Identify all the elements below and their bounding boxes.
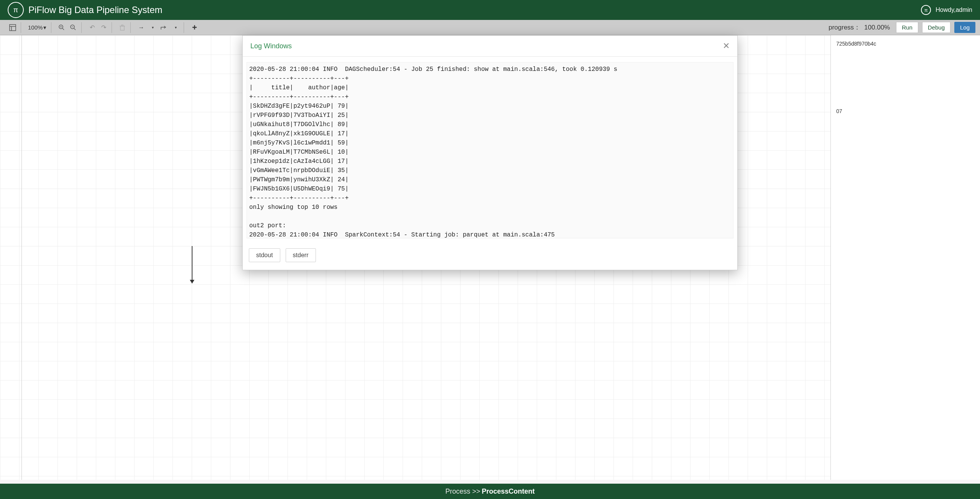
stderr-tab[interactable]: stderr [286,248,316,262]
modal-body: 2020-05-28 21:00:04 INFO DAGScheduler:54… [243,57,737,244]
delete-icon[interactable] [117,23,127,33]
user-icon[interactable]: π [921,5,931,15]
zoom-in-icon[interactable] [57,23,67,33]
app-logo-icon: π [8,2,24,18]
chevron-down-small2-icon[interactable]: ▾ [171,23,181,33]
zoom-dropdown[interactable]: 100% ▾ [26,24,48,31]
add-icon[interactable]: + [189,23,199,33]
svg-line-4 [62,28,64,30]
zoom-out-icon[interactable] [68,23,78,33]
progress-value: 100.00% [864,24,890,31]
chevron-down-small-icon[interactable]: ▾ [148,23,158,33]
header-right: π Howdy,admin [921,5,972,15]
modal-title: Log Windows [250,42,292,50]
zoom-level: 100% [28,24,43,31]
layout-icon[interactable] [8,23,18,33]
log-button[interactable]: Log [954,22,975,33]
toolbar: 100% ▾ ↶ ↷ → ▾ ▾ [0,20,980,35]
app-header: π PiFlow Big Data Pipeline System π Howd… [0,0,980,20]
redo-icon[interactable]: ↷ [99,23,109,33]
debug-button[interactable]: Debug [922,22,950,33]
connector-icon[interactable] [159,23,169,33]
footer-breadcrumb: Process >> ProcessContent [0,484,980,499]
properties-panel: 725b5d8f970b4c 07 [830,35,980,480]
close-icon[interactable]: ✕ [723,41,730,51]
modal-footer: stdout stderr [243,244,737,270]
chevron-down-icon: ▾ [43,24,46,31]
progress-label: progress： [829,23,860,32]
svg-rect-10 [120,26,124,30]
log-output[interactable]: 2020-05-28 21:00:04 INFO DAGScheduler:54… [247,62,733,238]
breadcrumb-prefix: Process >> [445,488,480,496]
log-modal: Log Windows ✕ 2020-05-28 21:00:04 INFO D… [242,35,738,270]
canvas-ruler-border [21,35,22,480]
arrow-right-icon[interactable]: → [136,23,146,33]
property-hash-2: 07 [836,108,975,114]
user-greeting[interactable]: Howdy,admin [936,7,972,13]
svg-rect-12 [122,25,123,26]
breadcrumb-page: ProcessContent [482,488,535,496]
undo-icon[interactable]: ↶ [87,23,97,33]
run-button[interactable]: Run [896,22,918,33]
app-title: PiFlow Big Data Pipeline System [28,5,162,15]
stdout-tab[interactable]: stdout [249,248,280,262]
svg-line-8 [74,28,76,30]
flow-arrow-icon [192,246,192,281]
header-left: π PiFlow Big Data Pipeline System [8,2,162,18]
toolbar-right: progress： 100.00% Run Debug Log [829,22,975,33]
svg-rect-0 [10,25,16,31]
property-hash-1: 725b5d8f970b4c [836,41,975,47]
modal-header: Log Windows ✕ [243,36,737,57]
toolbar-left: 100% ▾ ↶ ↷ → ▾ ▾ [5,22,202,33]
